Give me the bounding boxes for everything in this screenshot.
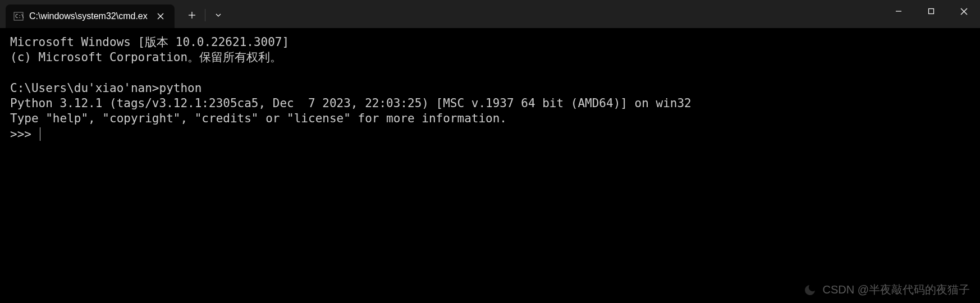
tab-dropdown-button[interactable] — [207, 6, 230, 25]
terminal-line: Microsoft Windows [版本 10.0.22621.3007] — [10, 35, 289, 49]
moon-icon — [803, 283, 817, 297]
titlebar-divider — [205, 9, 205, 21]
watermark-text: CSDN @半夜敲代码的夜猫子 — [822, 282, 970, 297]
close-button[interactable] — [947, 0, 980, 22]
svg-rect-7 — [929, 9, 934, 14]
minimize-button[interactable] — [882, 0, 915, 22]
titlebar: C:\ C:\windows\system32\cmd.ex — [0, 0, 980, 28]
terminal-output[interactable]: Microsoft Windows [版本 10.0.22621.3007] (… — [0, 28, 980, 149]
maximize-button[interactable] — [915, 0, 947, 22]
terminal-line: Type "help", "copyright", "credits" or "… — [10, 112, 507, 125]
titlebar-tab-controls — [180, 6, 230, 25]
window-controls — [882, 0, 980, 22]
tab-title: C:\windows\system32\cmd.ex — [29, 11, 148, 21]
cursor — [40, 127, 40, 141]
watermark: CSDN @半夜敲代码的夜猫子 — [803, 282, 970, 297]
terminal-line: (c) Microsoft Corporation。保留所有权利。 — [10, 50, 282, 64]
terminal-line: Python 3.12.1 (tags/v3.12.1:2305ca5, Dec… — [10, 97, 692, 110]
tab-active[interactable]: C:\ C:\windows\system32\cmd.ex — [6, 4, 175, 28]
cmd-icon: C:\ — [13, 11, 24, 21]
terminal-line: C:\Users\du'xiao'nan>python — [10, 81, 202, 95]
python-prompt: >>> — [10, 127, 39, 142]
svg-text:C:\: C:\ — [15, 13, 24, 19]
tab-close-button[interactable] — [153, 9, 168, 24]
new-tab-button[interactable] — [180, 6, 204, 25]
